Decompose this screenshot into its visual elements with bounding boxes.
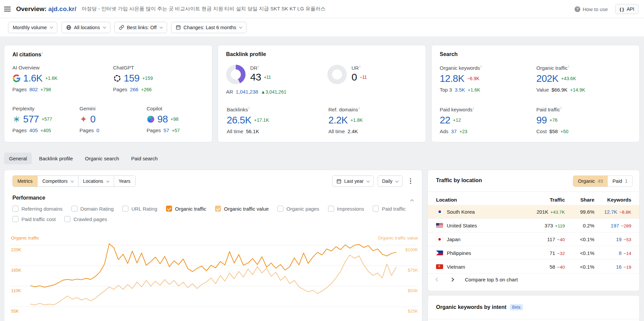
segment-competitors[interactable]: Competitors bbox=[37, 176, 78, 186]
previous-page-icon[interactable] bbox=[435, 277, 440, 282]
monthly-volume-dropdown[interactable]: Monthly volume bbox=[8, 22, 57, 33]
info-icon[interactable]: i bbox=[568, 65, 569, 68]
dr-value[interactable]: 43 bbox=[250, 71, 261, 83]
chevron-down-icon bbox=[160, 25, 163, 29]
checkbox-url-rating[interactable]: URL Rating bbox=[122, 206, 157, 212]
keywords-link[interactable]: 197 bbox=[611, 223, 619, 228]
tab-general[interactable]: General bbox=[4, 153, 32, 164]
chevron-down-icon bbox=[395, 179, 399, 182]
pages-value[interactable]: 266 bbox=[130, 87, 139, 92]
pages-value[interactable]: 802 bbox=[30, 87, 38, 92]
granularity-dropdown[interactable]: Daily bbox=[378, 175, 402, 187]
dr-change: +11 bbox=[264, 74, 271, 80]
metric-value[interactable]: 159 bbox=[124, 73, 140, 84]
info-icon[interactable]: i bbox=[360, 65, 360, 68]
info-icon[interactable]: i bbox=[249, 106, 249, 110]
locations-dropdown[interactable]: All locations bbox=[61, 22, 110, 33]
domain-link[interactable]: ajd.co.kr/ bbox=[48, 5, 76, 12]
hamburger-menu-icon[interactable] bbox=[4, 7, 11, 11]
dr-metric: DRi 43+11 AR1,041,238▲3,041,261 bbox=[226, 65, 286, 95]
checkbox-organic-traffic-value[interactable]: Organic traffic value bbox=[215, 206, 269, 212]
sub-value[interactable]: 3.5K bbox=[455, 87, 465, 93]
compare-top5-link[interactable]: Compare top 5 on chart bbox=[465, 277, 518, 282]
metric-change: −6.9K bbox=[467, 76, 479, 81]
table-row-united-states[interactable]: United States 373+119 0.2% 197−289 bbox=[428, 219, 639, 232]
checkbox-referring-domains[interactable]: Referring domains bbox=[12, 206, 63, 212]
sub-value[interactable]: 37 bbox=[451, 128, 457, 134]
best-links-dropdown[interactable]: Best links: Off bbox=[114, 22, 167, 33]
pages-value[interactable]: 0 bbox=[97, 127, 99, 133]
svg-text:$75K: $75K bbox=[408, 268, 418, 273]
checkbox-crawled-pages[interactable]: Crawled pages bbox=[64, 216, 107, 222]
checkbox-organic-traffic[interactable]: Organic traffic bbox=[166, 206, 206, 212]
more-options-icon[interactable] bbox=[407, 175, 415, 187]
metric-value[interactable]: 1.6K bbox=[23, 73, 43, 84]
ur-label: URi bbox=[352, 65, 367, 71]
next-page-icon[interactable] bbox=[450, 277, 454, 282]
info-icon[interactable]: i bbox=[42, 51, 43, 55]
info-icon[interactable]: i bbox=[561, 106, 561, 110]
checkbox-organic-pages[interactable]: Organic pages bbox=[277, 206, 319, 212]
table-row-japan[interactable]: Japan 117−40 <0.1% 19−53 bbox=[428, 232, 639, 246]
ur-value[interactable]: 0 bbox=[352, 71, 357, 83]
metric-value[interactable]: 0 bbox=[90, 114, 96, 125]
info-icon[interactable]: i bbox=[481, 65, 481, 68]
sub-value: $66.9K bbox=[551, 87, 568, 93]
sub-label: Value bbox=[536, 87, 549, 93]
ar-value[interactable]: 1,041,238 bbox=[236, 89, 258, 95]
keywords-link[interactable]: 12.7K bbox=[604, 209, 617, 215]
tab-backlink-profile[interactable]: Backlink profile bbox=[34, 153, 78, 164]
metric-value[interactable]: 2.2K bbox=[328, 115, 348, 126]
pages-value[interactable]: 405 bbox=[30, 127, 38, 133]
keywords-link[interactable]: 8 bbox=[619, 250, 622, 256]
metric-value[interactable]: 26.5K bbox=[227, 115, 251, 126]
performance-title: Performance bbox=[12, 195, 45, 201]
metric-value[interactable]: 202K bbox=[536, 73, 558, 84]
info-icon[interactable]: i bbox=[473, 106, 474, 110]
location-table-header: Location Traffic Share Keywords bbox=[436, 194, 631, 205]
how-to-use-link[interactable]: ? How to use bbox=[575, 6, 608, 12]
checkbox-impressions[interactable]: Impressions bbox=[328, 206, 364, 212]
metric-value[interactable]: 98 bbox=[157, 114, 168, 125]
location-name: Japan bbox=[447, 236, 461, 242]
metric-label: Backlinksi bbox=[227, 106, 269, 112]
checkbox-paid-traffic-cost[interactable]: Paid traffic cost bbox=[12, 216, 56, 222]
segment-metrics[interactable]: Metrics bbox=[13, 176, 37, 186]
metric-value[interactable]: 22 bbox=[440, 115, 450, 126]
paid-toggle[interactable]: Paid1 bbox=[608, 176, 632, 186]
metric-value[interactable]: 99 bbox=[536, 115, 547, 126]
date-range-dropdown[interactable]: Last year bbox=[332, 175, 374, 187]
collapse-section-button[interactable] bbox=[410, 198, 413, 204]
tab-organic-search[interactable]: Organic search bbox=[80, 153, 124, 164]
ref-domains-metric: Ref. domainsi 2.2K+1.8K All time2.4K bbox=[328, 106, 363, 134]
api-button[interactable]: { } API bbox=[615, 4, 639, 14]
table-row-south-korea[interactable]: South Korea 201K+43.7K 99.6% 12.7K−6.8K bbox=[428, 205, 639, 219]
info-icon[interactable]: i bbox=[359, 106, 359, 110]
pages-change: +798 bbox=[41, 87, 51, 92]
checkbox-paid-traffic[interactable]: Paid traffic bbox=[373, 206, 406, 212]
table-row-vietnam[interactable]: Vietnam 58−40 <0.1% 16−19 bbox=[428, 260, 639, 274]
info-icon[interactable]: i bbox=[258, 65, 259, 68]
philippines-flag-icon bbox=[436, 251, 443, 255]
metric-value[interactable]: 12.8K bbox=[440, 73, 464, 84]
organic-toggle[interactable]: Organic49 bbox=[573, 176, 608, 186]
segment-locations[interactable]: Locations bbox=[78, 176, 114, 186]
organic-count: 49 bbox=[598, 178, 603, 184]
paid-traffic-metric: Paid traffici 99+76 Cost$58+50 bbox=[536, 106, 569, 134]
checkbox-icon bbox=[328, 206, 334, 212]
metrics-panel: Metrics Competitors Locations Years Last… bbox=[4, 170, 422, 321]
traffic-type-toggle: Organic49 Paid1 bbox=[573, 175, 633, 187]
section-tabs: General Backlink profile Organic search … bbox=[4, 153, 163, 164]
keywords-link[interactable]: 16 bbox=[616, 264, 622, 270]
segment-years[interactable]: Years bbox=[114, 176, 135, 186]
chevron-down-icon bbox=[366, 179, 370, 182]
metric-value[interactable]: 577 bbox=[23, 114, 39, 125]
checkbox-domain-rating[interactable]: Domain Rating bbox=[71, 206, 114, 212]
changes-dropdown[interactable]: Changes: Last 6 months bbox=[171, 22, 247, 33]
pages-value[interactable]: 57 bbox=[164, 127, 169, 133]
tab-paid-search[interactable]: Paid search bbox=[126, 153, 163, 164]
metric-label: AI Overview bbox=[12, 65, 58, 70]
keywords-link[interactable]: 19 bbox=[616, 236, 622, 242]
table-row-philippines[interactable]: Philippines 71−32 <0.1% 8−14 bbox=[428, 246, 639, 260]
checkbox-icon bbox=[215, 206, 221, 212]
